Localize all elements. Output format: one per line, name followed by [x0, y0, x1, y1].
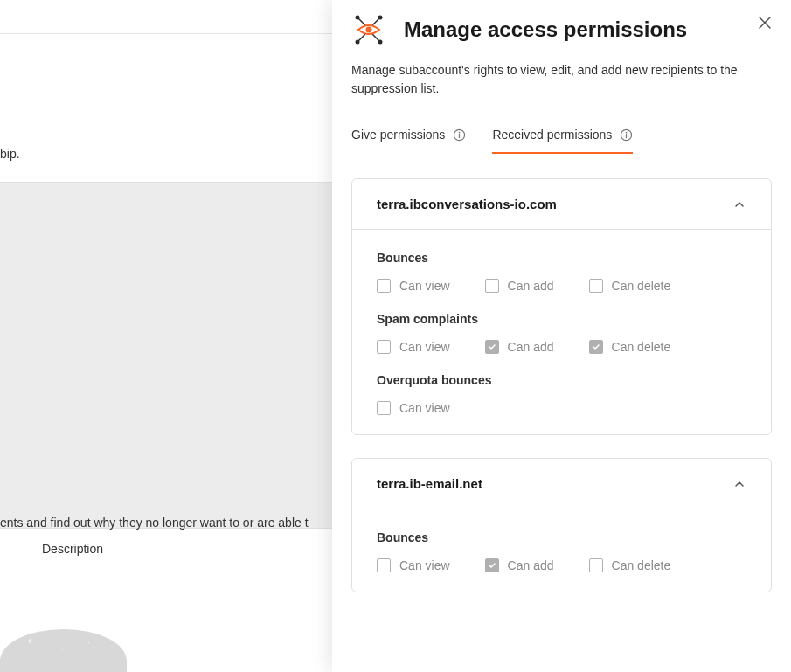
perm-label: Can delete	[612, 340, 671, 354]
checkbox[interactable]	[377, 558, 391, 572]
perm-label: Can add	[508, 340, 554, 354]
perm-can-add[interactable]: Can add	[485, 340, 554, 354]
eye-logo-icon	[351, 12, 386, 47]
info-icon[interactable]	[452, 128, 466, 142]
permission-row: Can view Can add Can delete	[377, 558, 746, 572]
panel-subtitle: Manage subaccount's rights to view, edit…	[351, 61, 772, 98]
info-icon[interactable]	[619, 128, 633, 142]
checkbox[interactable]	[377, 279, 391, 293]
accordion-header[interactable]: terra.ibconversations-io.com	[352, 179, 771, 230]
perm-label: Can add	[508, 279, 554, 293]
checkbox[interactable]	[377, 340, 391, 354]
perm-label: Can view	[399, 558, 450, 572]
accordion-header[interactable]: terra.ib-email.net	[352, 459, 771, 509]
checkbox[interactable]	[589, 558, 603, 572]
permission-tabs: Give permissions Received permissions	[351, 128, 772, 154]
account-accordion: terra.ibconversations-io.com Bounces Can…	[351, 178, 772, 435]
svg-line-4	[358, 18, 365, 25]
svg-line-6	[358, 34, 365, 41]
perm-can-add[interactable]: Can add	[485, 279, 554, 293]
overquota-section: Overquota bounces Can view	[377, 373, 746, 415]
bg-illustration: ✦ · ·	[0, 629, 127, 672]
perm-can-delete[interactable]: Can delete	[589, 558, 671, 572]
accordion-body: Bounces Can view Can add Can dele	[352, 509, 771, 592]
perm-label: Can view	[399, 401, 450, 415]
svg-point-12	[459, 131, 461, 133]
section-heading: Bounces	[377, 530, 746, 544]
tab-label: Received permissions	[492, 128, 612, 142]
spam-complaints-section: Spam complaints Can view Can add	[377, 312, 746, 354]
perm-label: Can view	[399, 340, 450, 354]
perm-label: Can add	[508, 558, 554, 572]
account-domain: terra.ibconversations-io.com	[377, 197, 557, 211]
svg-line-5	[372, 18, 379, 25]
checkbox[interactable]	[589, 279, 603, 293]
svg-point-15	[625, 131, 627, 133]
close-button[interactable]	[754, 12, 775, 33]
perm-label: Can view	[399, 279, 450, 293]
bg-text-fragment-2: ents and find out why they no longer wan…	[0, 516, 309, 530]
permission-row: Can view	[377, 401, 746, 415]
account-domain: terra.ib-email.net	[377, 476, 482, 491]
perm-can-delete[interactable]: Can delete	[589, 279, 671, 293]
checkbox[interactable]	[377, 401, 391, 415]
perm-can-view[interactable]: Can view	[377, 279, 450, 293]
panel-title: Manage access permissions	[404, 17, 687, 42]
panel-header: Manage access permissions	[351, 10, 772, 47]
perm-can-view[interactable]: Can view	[377, 401, 450, 415]
account-accordion: terra.ib-email.net Bounces Can view	[351, 458, 772, 592]
chevron-up-icon	[732, 477, 746, 491]
svg-line-7	[372, 34, 379, 41]
bg-panel: ents and find out why they no longer wan…	[0, 182, 332, 529]
perm-label: Can delete	[612, 279, 671, 293]
section-heading: Spam complaints	[377, 312, 746, 326]
accordion-body: Bounces Can view Can add Can delete	[352, 230, 771, 434]
description-tab[interactable]: Description	[42, 542, 103, 556]
checkbox-checked[interactable]	[589, 340, 603, 354]
manage-permissions-panel: Manage access permissions Manage subacco…	[332, 0, 791, 672]
bg-tab-underline	[0, 572, 332, 572]
perm-can-add[interactable]: Can add	[485, 558, 554, 572]
perm-can-view[interactable]: Can view	[377, 340, 450, 354]
tab-give-permissions[interactable]: Give permissions	[351, 128, 466, 154]
perm-label: Can delete	[612, 558, 671, 572]
section-heading: Bounces	[377, 251, 746, 265]
chevron-up-icon	[732, 197, 746, 211]
bg-text-fragment: bip.	[0, 147, 20, 161]
checkbox-checked[interactable]	[485, 558, 499, 572]
permission-row: Can view Can add Can delete	[377, 279, 746, 293]
perm-can-delete[interactable]: Can delete	[589, 340, 671, 354]
bounces-section: Bounces Can view Can add Can delete	[377, 251, 746, 293]
permission-row: Can view Can add Can delete	[377, 340, 746, 354]
section-heading: Overquota bounces	[377, 373, 746, 387]
svg-point-8	[366, 27, 372, 33]
tab-received-permissions[interactable]: Received permissions	[492, 128, 633, 154]
perm-can-view[interactable]: Can view	[377, 558, 450, 572]
tab-label: Give permissions	[351, 128, 445, 142]
bounces-section: Bounces Can view Can add Can dele	[377, 530, 746, 572]
checkbox-checked[interactable]	[485, 340, 499, 354]
bg-divider	[0, 33, 332, 34]
close-icon	[758, 16, 772, 30]
checkbox[interactable]	[485, 279, 499, 293]
